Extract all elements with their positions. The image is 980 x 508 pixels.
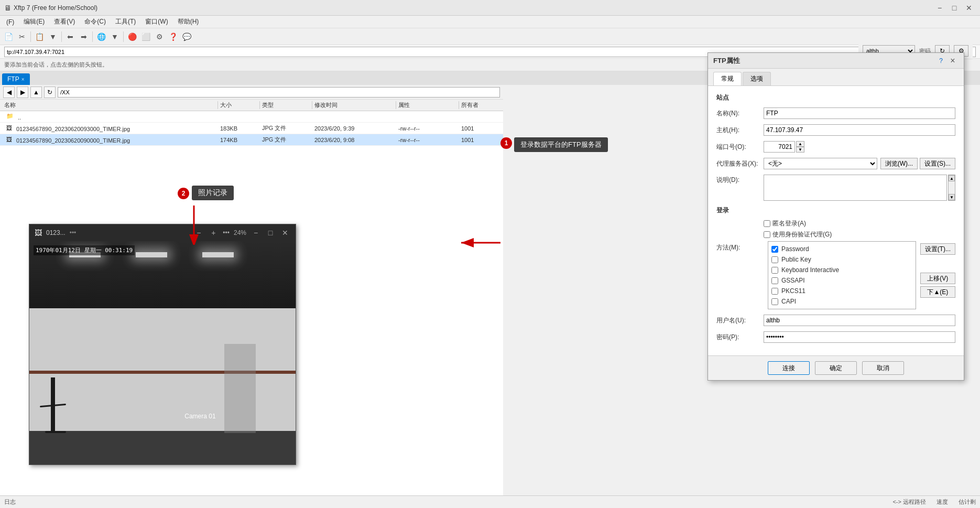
toolbar-help[interactable]: ❓ [167, 30, 179, 43]
up-button[interactable]: ▲ [30, 87, 42, 98]
preview-close[interactable]: ✕ [280, 228, 290, 238]
toolbar-btn2[interactable]: ✂ [16, 30, 28, 43]
toolbar-new[interactable]: 📄 [2, 30, 15, 43]
col-header-type[interactable]: 类型 [260, 101, 312, 109]
cb-auth-proxy[interactable] [764, 231, 770, 238]
input-host[interactable] [764, 124, 955, 136]
forward-button[interactable]: ▶ [17, 87, 28, 98]
cb-keyboard[interactable] [771, 267, 778, 274]
col-header-owner[interactable]: 所有者 [459, 101, 501, 109]
cb-password[interactable] [771, 246, 778, 253]
toolbar-settings[interactable]: ⚙ [153, 30, 166, 43]
menu-help[interactable]: 帮助(H) [173, 16, 203, 27]
toolbar-btn6[interactable]: ➡ [78, 30, 90, 43]
method-capi-label: CAPI [781, 298, 796, 305]
ftp-tab-close[interactable]: × [21, 77, 25, 82]
file-row-parent[interactable]: 📁.. [0, 111, 503, 123]
menu-command[interactable]: 命令(C) [80, 16, 110, 27]
input-username[interactable] [764, 315, 955, 326]
settings-method-button[interactable]: 设置(T)... [920, 243, 955, 255]
file-list-header: 名称 大小 类型 修改时间 属性 所有者 [0, 100, 503, 111]
port-spinner-down[interactable]: ▼ [796, 147, 804, 153]
method-password-label: Password [781, 245, 809, 253]
field-desc: 说明(D): ▲ ▼ [716, 175, 955, 201]
preview-zoom-in[interactable]: + [208, 228, 219, 238]
toolbar-btn8[interactable]: ▼ [108, 30, 121, 43]
file-name: 📁.. [2, 113, 218, 121]
toolbar-btn10[interactable]: ⬜ [139, 30, 152, 43]
annotation2-tooltip: 照片记录 [192, 186, 234, 200]
preview-more-dots[interactable]: ••• [223, 229, 230, 236]
toolbar-sep1 [30, 31, 31, 42]
menu-edit[interactable]: 编辑(E) [19, 16, 49, 27]
preview-minimize[interactable]: − [251, 228, 261, 238]
connect-button[interactable]: 连接 [768, 361, 810, 375]
preview-more-icon[interactable]: ••• [70, 229, 77, 236]
title-bar-controls: − □ ✕ [933, 3, 976, 13]
dialog-close-button[interactable]: × [947, 56, 959, 66]
dialog-title-right: ? × [939, 56, 959, 66]
login-section: 登录 匿名登录(A) 使用身份验证代理(G) 方法(M): [716, 206, 955, 343]
desc-textarea[interactable] [764, 175, 947, 201]
log-label: 日志 [4, 498, 16, 506]
ok-button[interactable]: 确定 [815, 361, 857, 375]
toolbar-btn3[interactable]: 📋 [33, 30, 46, 43]
file-row-0[interactable]: 🖼01234567890_20230620093000_TIMER.jpg 18… [0, 123, 503, 134]
preview-title: 🖼 0123... ••• [35, 229, 76, 237]
cb-capi[interactable] [771, 298, 778, 305]
col-header-attr[interactable]: 属性 [396, 101, 459, 109]
ftp-tab[interactable]: FTP × [2, 73, 30, 85]
method-gssapi-label: GSSAPI [781, 277, 805, 284]
col-header-modified[interactable]: 修改时间 [312, 101, 396, 109]
refresh-button[interactable]: ↻ [44, 87, 56, 98]
method-btn-col: 设置(T)... 上移(V) 下▲(E) [920, 241, 955, 298]
menu-window[interactable]: 窗口(W) [141, 16, 172, 27]
field-proxy: 代理服务器(X): <无> 浏览(W)... 设置(S)... [716, 158, 955, 169]
move-up-button[interactable]: 上移(V) [920, 273, 955, 284]
estimate-label: 估计剩 [959, 498, 976, 506]
toolbar-sep2 [61, 31, 62, 42]
port-spinner-up[interactable]: ▲ [796, 141, 804, 147]
settings-proxy-button[interactable]: 设置(S)... [920, 158, 955, 169]
proxy-select[interactable]: <无> [764, 158, 877, 169]
cancel-button[interactable]: 取消 [862, 361, 904, 375]
back-button[interactable]: ◀ [3, 87, 15, 98]
col-header-name[interactable]: 名称 [2, 101, 218, 109]
menu-tools[interactable]: 工具(T) [111, 16, 140, 27]
toolbar-btn5[interactable]: ⬅ [64, 30, 77, 43]
cb-publickey[interactable] [771, 256, 778, 263]
file-row-1[interactable]: 🖼01234567890_20230620090000_TIMER.jpg 17… [0, 134, 503, 146]
toolbar-btn7[interactable]: 🌐 [95, 30, 107, 43]
input-password[interactable] [764, 331, 955, 343]
cb-gssapi[interactable] [771, 277, 778, 284]
label-password: 密码(P): [716, 333, 764, 342]
tab-general[interactable]: 常规 [713, 72, 742, 85]
move-down-button[interactable]: 下▲(E) [920, 286, 955, 298]
info-text: 要添加当前会话，点击左侧的箭头按钮。 [4, 61, 108, 69]
scrollbar-down[interactable]: ▼ [949, 194, 955, 200]
method-item-gssapi: GSSAPI [771, 275, 912, 286]
minimize-button[interactable]: − [933, 3, 946, 13]
toolbar-btn4[interactable]: ▼ [47, 30, 59, 43]
path-input[interactable] [58, 87, 500, 98]
desc-area-container: ▲ ▼ [764, 175, 955, 201]
menu-file[interactable]: (F) [2, 17, 18, 27]
maximize-button[interactable]: □ [948, 3, 961, 13]
input-port[interactable] [764, 141, 795, 153]
menu-view[interactable]: 查看(V) [50, 16, 79, 27]
dialog-help[interactable]: ? [939, 57, 943, 64]
toolbar-btn9[interactable]: 🔴 [126, 30, 138, 43]
input-name[interactable] [764, 107, 955, 119]
scrollbar-up[interactable]: ▲ [949, 175, 955, 181]
field-username: 用户名(U): [716, 315, 955, 326]
browse-button[interactable]: 浏览(W)... [880, 158, 918, 169]
toolbar-btn12[interactable]: 💬 [180, 30, 193, 43]
port-field: ▲ ▼ [764, 141, 804, 153]
label-proxy: 代理服务器(X): [716, 159, 764, 168]
col-header-size[interactable]: 大小 [218, 101, 260, 109]
preview-maximize[interactable]: □ [265, 228, 276, 238]
tab-options[interactable]: 选项 [743, 72, 771, 85]
cb-anonymous[interactable] [764, 220, 770, 227]
close-button[interactable]: ✕ [962, 3, 976, 13]
cb-pkcs11[interactable] [771, 288, 778, 295]
